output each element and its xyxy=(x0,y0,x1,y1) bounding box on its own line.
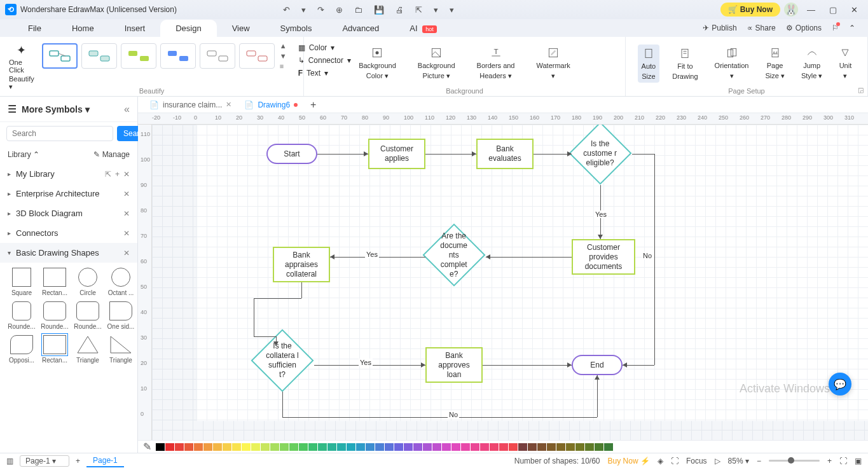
export-icon[interactable]: ⇱ xyxy=(413,4,425,16)
zoom-slider[interactable] xyxy=(769,460,820,462)
manage-button[interactable]: ✎ Manage xyxy=(93,150,130,159)
remove-icon[interactable]: ✕ xyxy=(123,249,130,258)
color-swatch[interactable] xyxy=(604,443,613,451)
theme-5[interactable] xyxy=(200,43,235,69)
color-swatch[interactable] xyxy=(595,443,603,451)
color-swatch[interactable] xyxy=(242,443,251,451)
category-my-library[interactable]: ▸My Library⇱+✕ xyxy=(0,164,137,184)
color-swatch[interactable] xyxy=(547,443,556,451)
remove-icon[interactable]: ✕ xyxy=(123,170,130,179)
page-list-icon[interactable]: ▥ xyxy=(6,457,13,465)
color-swatch[interactable] xyxy=(184,443,193,451)
shape-rounded-3[interactable]: Rounde... xyxy=(72,301,103,330)
theme-4[interactable] xyxy=(160,43,196,69)
color-swatch[interactable] xyxy=(480,443,489,451)
remove-icon[interactable]: ✕ xyxy=(123,189,130,198)
options-button[interactable]: ⚙Options xyxy=(786,24,822,32)
remove-icon[interactable]: ✕ xyxy=(123,209,130,218)
remove-icon[interactable]: ✕ xyxy=(123,229,130,238)
color-swatch[interactable] xyxy=(375,443,384,451)
color-swatch[interactable] xyxy=(203,443,212,451)
color-swatch[interactable] xyxy=(251,443,260,451)
menu-home[interactable]: Home xyxy=(57,20,109,37)
category-basic-shapes[interactable]: ▾Basic Drawing Shapes✕ xyxy=(0,243,137,263)
theme-6[interactable] xyxy=(239,43,275,69)
color-swatch[interactable] xyxy=(194,443,203,451)
color-swatch[interactable] xyxy=(432,443,441,451)
node-collateral-sufficient[interactable]: Is the collatera l sufficien t? xyxy=(251,329,314,392)
theme-more-icon[interactable]: ≡ xyxy=(279,61,288,71)
color-swatch[interactable] xyxy=(175,443,184,451)
color-swatch[interactable] xyxy=(451,443,460,451)
color-swatch[interactable] xyxy=(528,443,537,451)
publish-button[interactable]: ✈Publish xyxy=(703,24,736,32)
shape-rounded-2[interactable]: Rounde... xyxy=(39,301,70,330)
minimize-icon[interactable]: — xyxy=(802,4,820,16)
fullscreen-icon[interactable]: ⛶ xyxy=(671,457,679,465)
jump-style-button[interactable]: JumpStyle ▾ xyxy=(797,44,827,83)
page-dropdown[interactable]: Page-1 ▾ xyxy=(20,455,69,467)
category-connectors[interactable]: ▸Connectors✕ xyxy=(0,223,137,243)
shape-rectangle-2[interactable]: Rectan... xyxy=(39,335,70,364)
node-is-eligible[interactable]: Is the custome r eligible? xyxy=(569,125,632,184)
export-dropdown-icon[interactable]: ▾ xyxy=(431,4,441,16)
shape-triangle-1[interactable]: Triangle xyxy=(72,335,103,364)
focus-button[interactable]: Focus xyxy=(686,457,707,465)
canvas[interactable]: Start Customer applies Bank evaluates Is… xyxy=(152,125,868,440)
shape-rectangle[interactable]: Rectan... xyxy=(39,268,70,296)
collapse-ribbon-icon[interactable]: ⌃ xyxy=(849,24,855,32)
color-swatch[interactable] xyxy=(347,443,355,451)
auto-size-button[interactable]: AutoSize xyxy=(638,45,660,83)
theme-next-icon[interactable]: ▼ xyxy=(279,51,288,61)
color-swatch[interactable] xyxy=(223,443,231,451)
save-icon[interactable]: 💾 xyxy=(371,4,387,16)
buy-now-link[interactable]: Buy Now ⚡ xyxy=(608,457,650,465)
search-input[interactable] xyxy=(6,126,113,141)
theme-2[interactable] xyxy=(81,43,117,69)
color-swatch[interactable] xyxy=(337,443,346,451)
background-picture-button[interactable]: BackgroundPicture ▾ xyxy=(413,44,460,83)
undo-dropdown-icon[interactable]: ▾ xyxy=(299,4,308,16)
color-swatch[interactable] xyxy=(585,443,594,451)
unit-button[interactable]: Unit▾ xyxy=(835,44,855,83)
color-swatch[interactable] xyxy=(537,443,546,451)
node-bank-appraises[interactable]: Bank appraises collateral xyxy=(273,247,330,282)
page-setup-launcher-icon[interactable]: ◲ xyxy=(858,86,864,93)
zoom-out-button[interactable]: − xyxy=(757,457,761,465)
color-swatch[interactable] xyxy=(270,443,279,451)
color-swatch[interactable] xyxy=(423,443,432,451)
color-swatch[interactable] xyxy=(280,443,289,451)
menu-file[interactable]: File xyxy=(13,20,57,37)
color-swatch[interactable] xyxy=(318,443,327,451)
shape-one-side[interactable]: One sid... xyxy=(106,301,136,330)
color-swatch[interactable] xyxy=(232,443,241,451)
color-swatch[interactable] xyxy=(461,443,470,451)
color-swatch[interactable] xyxy=(413,443,422,451)
category-enterprise[interactable]: ▸Enterprise Architecture✕ xyxy=(0,184,137,203)
shape-rounded-1[interactable]: Rounde... xyxy=(6,301,37,330)
close-icon[interactable]: ✕ xyxy=(846,4,863,16)
shape-triangle-2[interactable]: Triangle xyxy=(106,335,136,364)
share-button[interactable]: ∝Share xyxy=(747,24,776,32)
color-swatch[interactable] xyxy=(442,443,451,451)
collapse-panel-icon[interactable]: « xyxy=(124,104,130,115)
color-swatch[interactable] xyxy=(499,443,508,451)
notifications-button[interactable]: ⚐ xyxy=(832,24,839,32)
maximize-icon[interactable]: ▢ xyxy=(824,4,842,16)
color-swatch[interactable] xyxy=(404,443,413,451)
layers-icon[interactable]: ◈ xyxy=(658,457,663,465)
color-swatch[interactable] xyxy=(213,443,222,451)
one-click-beautify-button[interactable]: ✦ One Click Beautify ▾ xyxy=(6,41,37,93)
color-swatch[interactable] xyxy=(471,443,479,451)
menu-advanced[interactable]: Advanced xyxy=(327,20,394,37)
color-swatch[interactable] xyxy=(165,443,174,451)
color-swatch[interactable] xyxy=(575,443,584,451)
color-swatch[interactable] xyxy=(509,443,518,451)
zoom-level[interactable]: 85% ▾ xyxy=(728,457,749,465)
node-start[interactable]: Start xyxy=(266,144,317,164)
redo-icon[interactable]: ↷ xyxy=(315,4,327,16)
color-swatch[interactable] xyxy=(394,443,403,451)
print-icon[interactable]: 🖨 xyxy=(393,4,406,16)
color-swatch[interactable] xyxy=(308,443,317,451)
color-swatch[interactable] xyxy=(356,443,365,451)
